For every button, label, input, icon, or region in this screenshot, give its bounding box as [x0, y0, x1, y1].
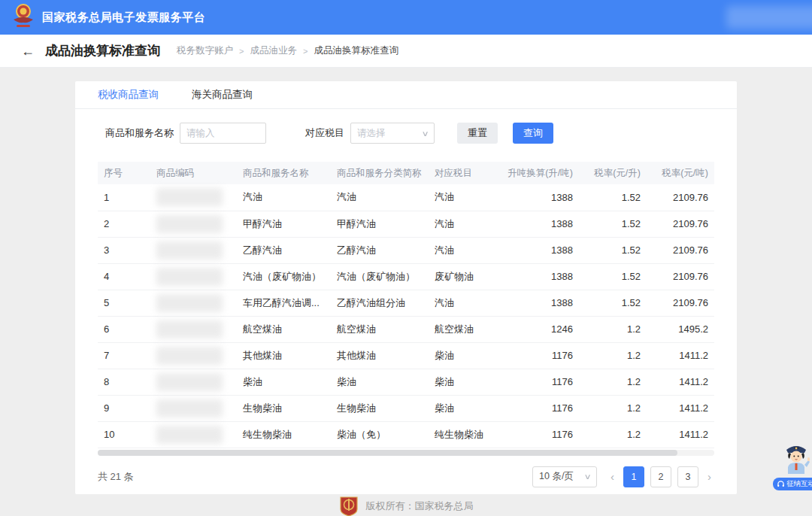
cell-seq: 4 [98, 263, 150, 290]
cell-rate-per-ton: 1411.2 [647, 342, 714, 369]
cell-seq: 9 [98, 395, 150, 421]
tax-bureau-logo-icon [11, 3, 36, 32]
page-button-3[interactable]: 3 [677, 466, 698, 487]
cell-goods-short-name: 柴油（免） [331, 421, 429, 448]
cell-tax-item: 柴油 [429, 342, 500, 369]
cell-goods-code [150, 290, 237, 316]
cell-rate-per-ton: 1495.2 [647, 316, 714, 342]
tax-item-label: 对应税目 [305, 126, 344, 140]
cell-goods-short-name: 航空煤油 [331, 316, 429, 342]
redacted-goods-code [156, 373, 223, 391]
breadcrumb-item-oil-business[interactable]: 成品油业务 [250, 44, 297, 57]
cell-goods-short-name: 生物柴油 [331, 395, 429, 421]
prev-page-button[interactable]: ‹ [607, 470, 617, 483]
filter-row: 商品和服务名称 对应税目 请选择 ∨ 重置 查询 [75, 109, 737, 154]
top-header: 国家税务总局电子发票服务平台 [0, 0, 812, 35]
table-header: 序号 商品编码 商品和服务名称 商品和服务分类简称 对应税目 升吨换算(升/吨)… [98, 162, 714, 184]
cell-tax-item: 汽油 [429, 290, 500, 316]
tab-bar: 税收商品查询 海关商品查询 [75, 81, 737, 109]
cell-seq: 5 [98, 290, 150, 316]
cell-tax-item: 汽油 [429, 237, 500, 263]
tax-item-select[interactable]: 请选择 ∨ [350, 123, 435, 144]
total-count: 共 21 条 [98, 470, 134, 484]
cell-seq: 8 [98, 369, 150, 395]
cell-goods-short-name: 乙醇汽油 [331, 237, 429, 263]
table-body: 1汽油汽油汽油13881.522109.762甲醇汽油甲醇汽油汽油13881.5… [98, 184, 714, 448]
cell-rate-per-ton: 2109.76 [647, 211, 714, 237]
next-page-button[interactable]: › [704, 470, 714, 483]
query-button[interactable]: 查询 [513, 123, 553, 144]
cell-goods-short-name: 其他煤油 [331, 342, 429, 369]
cell-seq: 6 [98, 316, 150, 342]
main-area: 税收商品查询 海关商品查询 商品和服务名称 对应税目 请选择 ∨ 重置 查询 [0, 68, 812, 516]
cell-conversion: 1388 [500, 237, 579, 263]
page-button-2[interactable]: 2 [650, 466, 671, 487]
horizontal-scrollbar [98, 450, 714, 456]
cell-tax-item: 汽油 [429, 184, 500, 211]
cell-rate-per-liter: 1.52 [579, 290, 647, 316]
cell-rate-per-ton: 1411.2 [647, 421, 714, 448]
cell-goods-short-name: 乙醇汽油组分油 [331, 290, 429, 316]
cell-seq: 10 [98, 421, 150, 448]
cell-conversion: 1246 [500, 316, 579, 342]
cell-goods-code [150, 263, 237, 290]
table-row: 7其他煤油其他煤油柴油11761.21411.2 [98, 342, 714, 369]
cell-goods-name: 其他煤油 [237, 342, 331, 369]
table-row: 1汽油汽油汽油13881.522109.76 [98, 184, 714, 211]
cell-goods-code [150, 316, 237, 342]
cell-rate-per-liter: 1.52 [579, 237, 647, 263]
headset-icon [777, 481, 784, 487]
page-button-1[interactable]: 1 [623, 466, 644, 487]
col-tax-item: 对应税目 [429, 162, 500, 184]
cell-conversion: 1388 [500, 290, 579, 316]
horizontal-scrollbar-thumb[interactable] [98, 450, 677, 456]
reset-button[interactable]: 重置 [457, 123, 498, 144]
cell-tax-item: 纯生物柴油 [429, 421, 500, 448]
col-seq: 序号 [98, 162, 150, 184]
cell-conversion: 1176 [500, 395, 579, 421]
redacted-goods-code [156, 294, 223, 312]
tax-emblem-icon [339, 493, 359, 516]
cell-goods-code [150, 395, 237, 421]
page-size-select[interactable]: 10 条/页 ∨ [532, 466, 597, 487]
breadcrumb: 税务数字账户 > 成品油业务 > 成品油换算标准查询 [177, 44, 398, 57]
cell-rate-per-ton: 1411.2 [647, 369, 714, 395]
copyright-text: 版权所有：国家税务总局 [366, 493, 474, 513]
redacted-goods-code [156, 347, 223, 365]
cell-rate-per-ton: 2109.76 [647, 184, 714, 211]
table-row: 2甲醇汽油甲醇汽油汽油13881.522109.76 [98, 211, 714, 237]
cell-goods-name: 航空煤油 [237, 316, 331, 342]
cell-goods-name: 汽油 [237, 184, 331, 211]
subheader: ← 成品油换算标准查询 税务数字账户 > 成品油业务 > 成品油换算标准查询 [0, 35, 812, 68]
cell-goods-name: 柴油 [237, 369, 331, 395]
goods-name-input[interactable] [180, 123, 266, 144]
assistant-badge[interactable]: 征纳互动 [773, 478, 812, 490]
redacted-goods-code [156, 188, 223, 206]
tax-item-select-placeholder: 请选择 [357, 127, 386, 140]
breadcrumb-item-account[interactable]: 税务数字账户 [177, 44, 233, 57]
page-title: 成品油换算标准查询 [45, 42, 160, 59]
assistant-widget[interactable]: 征纳互动 [773, 442, 812, 490]
redacted-goods-code [156, 426, 223, 444]
cell-goods-code [150, 237, 237, 263]
cell-conversion: 1176 [500, 342, 579, 369]
cell-goods-code [150, 421, 237, 448]
col-goods-name: 商品和服务名称 [237, 162, 331, 184]
table-row: 8柴油柴油柴油11761.21411.2 [98, 369, 714, 395]
cell-rate-per-ton: 2109.76 [647, 290, 714, 316]
brand: 国家税务总局电子发票服务平台 [11, 3, 205, 32]
user-info-blurred[interactable] [726, 6, 812, 29]
cell-conversion: 1176 [500, 369, 579, 395]
goods-name-label: 商品和服务名称 [105, 126, 174, 140]
cell-tax-item: 柴油 [429, 395, 500, 421]
cell-rate-per-liter: 1.2 [579, 395, 647, 421]
cell-conversion: 1388 [500, 211, 579, 237]
chevron-down-icon: ∨ [583, 472, 591, 481]
tab-tax-goods-query[interactable]: 税收商品查询 [98, 81, 159, 108]
back-arrow-icon[interactable]: ← [21, 44, 35, 58]
cell-tax-item: 航空煤油 [429, 316, 500, 342]
cell-seq: 2 [98, 211, 150, 237]
breadcrumb-separator: > [239, 47, 244, 56]
tab-customs-goods-query[interactable]: 海关商品查询 [192, 81, 253, 108]
table-row: 5车用乙醇汽油调...乙醇汽油组分油汽油13881.522109.76 [98, 290, 714, 316]
